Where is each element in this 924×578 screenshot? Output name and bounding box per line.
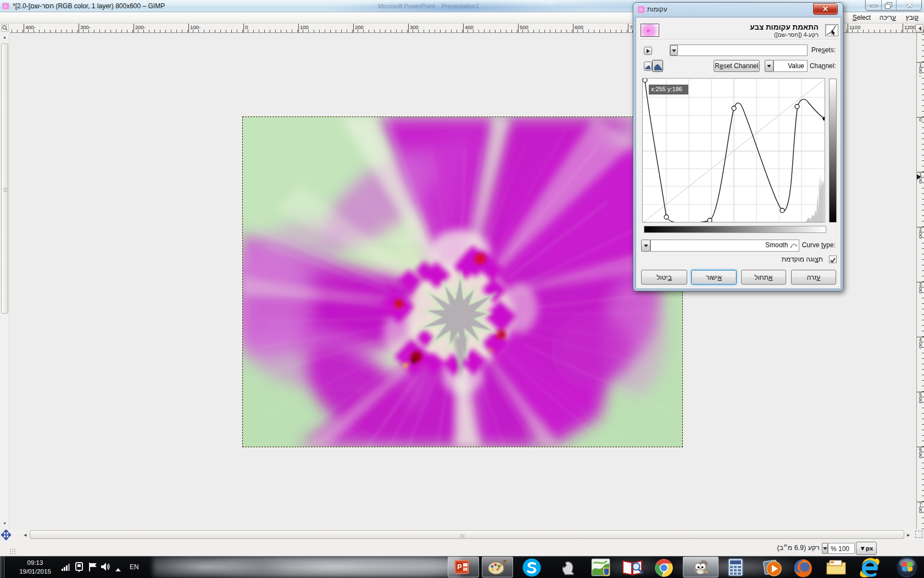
- svg-text:P: P: [457, 563, 461, 571]
